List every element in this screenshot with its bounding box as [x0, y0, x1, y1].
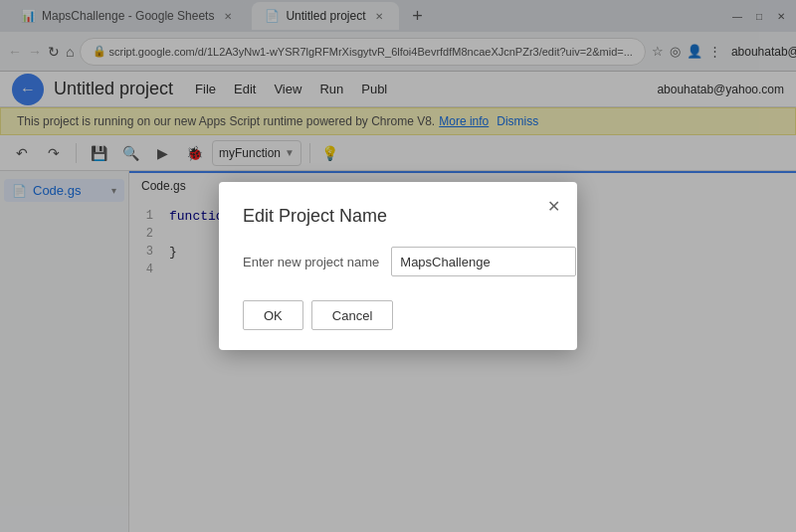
dialog-title: Edit Project Name	[243, 206, 553, 227]
ok-button[interactable]: OK	[243, 300, 303, 330]
edit-project-name-dialog: ✕ Edit Project Name Enter new project na…	[219, 182, 577, 350]
dialog-field: Enter new project name	[243, 247, 553, 276]
cancel-button[interactable]: Cancel	[311, 300, 393, 330]
dialog-close-button[interactable]: ✕	[541, 194, 565, 218]
dialog-buttons: OK Cancel	[243, 300, 553, 330]
project-name-input[interactable]	[391, 247, 576, 276]
modal-overlay: ✕ Edit Project Name Enter new project na…	[0, 0, 796, 532]
dialog-label: Enter new project name	[243, 255, 379, 269]
